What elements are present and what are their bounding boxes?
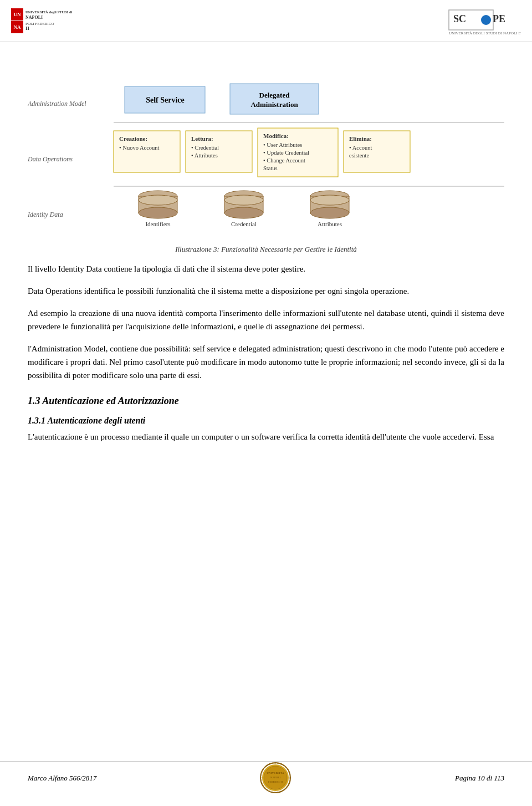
svg-text:Data Operations: Data Operations xyxy=(28,155,73,163)
page-header: UN NA UNIVERSITÀ degli STUDI di NAPOLI P… xyxy=(0,0,532,42)
svg-point-47 xyxy=(224,195,263,205)
administration-diagram: Administration Model Self Service Delega… xyxy=(28,53,504,242)
svg-text:UNIVERSITÀ degli STUDI di: UNIVERSITÀ degli STUDI di xyxy=(25,10,73,14)
svg-text:Identity Data: Identity Data xyxy=(28,211,63,218)
svg-text:UNIVERSITÀ DEGLI STUDI DI NAPO: UNIVERSITÀ DEGLI STUDI DI NAPOLI FEDERIC… xyxy=(449,31,521,35)
svg-text:Elimina:: Elimina: xyxy=(349,135,372,142)
svg-text:Attributes: Attributes xyxy=(318,221,342,227)
svg-text:NA: NA xyxy=(14,24,21,30)
svg-text:Administration: Administration xyxy=(250,100,298,109)
svg-point-42 xyxy=(139,195,177,205)
section-heading-1-3: 1.3 Autenticazione ed Autorizzazione xyxy=(28,395,504,407)
svg-text:SC: SC xyxy=(453,13,466,24)
svg-point-10 xyxy=(481,15,491,25)
svg-text:Self Service: Self Service xyxy=(146,96,185,104)
svg-text:Lettura:: Lettura: xyxy=(191,135,213,142)
svg-text:UNIVERSITÀ: UNIVERSITÀ xyxy=(267,772,284,774)
paragraph-3: Ad esempio la creazione di una nuova ide… xyxy=(28,307,504,333)
page-footer: Marco Alfano 566/2817 UNIVERSITÀ NAPOLI … xyxy=(0,761,532,795)
paragraph-4: l'Administration Model, contiene due pos… xyxy=(28,342,504,382)
svg-text:• User Attributes: • User Attributes xyxy=(263,142,302,148)
svg-text:NAPOLI: NAPOLI xyxy=(25,15,43,20)
svg-point-41 xyxy=(139,207,177,218)
footer-seal: UNIVERSITÀ NAPOLI FEDERICO II xyxy=(259,762,293,795)
svg-text:• Attributes: • Attributes xyxy=(191,152,218,159)
svg-text:UN: UN xyxy=(14,12,21,17)
paragraph-1: Il livello Identity Data contiene la tip… xyxy=(28,262,504,276)
svg-text:• Update Credential: • Update Credential xyxy=(263,150,309,156)
svg-text:esistente: esistente xyxy=(349,152,369,159)
svg-text:Delegated: Delegated xyxy=(259,91,290,99)
main-content: Administration Model Self Service Delega… xyxy=(0,42,532,463)
svg-text:• Change Account: • Change Account xyxy=(263,157,305,164)
svg-text:II: II xyxy=(25,25,30,31)
logo-right: SC PE UNIVERSITÀ DEGLI STUDI DI NAPOLI F… xyxy=(410,6,521,36)
scope-logo-icon: SC PE UNIVERSITÀ DEGLI STUDI DI NAPOLI F… xyxy=(410,6,521,36)
logo-left: UN NA UNIVERSITÀ degli STUDI di NAPOLI P… xyxy=(11,6,83,36)
footer-page: Pagina 10 di 113 xyxy=(455,774,504,783)
svg-text:Modifica:: Modifica: xyxy=(263,132,289,139)
svg-point-52 xyxy=(310,195,349,205)
svg-point-51 xyxy=(310,207,349,218)
svg-text:POLI FEDERICO: POLI FEDERICO xyxy=(25,22,54,26)
svg-text:• Credential: • Credential xyxy=(191,145,219,151)
svg-text:NAPOLI: NAPOLI xyxy=(270,776,280,779)
svg-point-46 xyxy=(224,207,263,218)
university-seal-icon: UNIVERSITÀ NAPOLI FEDERICO II xyxy=(259,762,291,794)
university-logo-icon: UN NA UNIVERSITÀ degli STUDI di NAPOLI P… xyxy=(11,6,83,36)
figure-caption: Illustrazione 3: Funzionalità Necessarie… xyxy=(28,245,504,254)
admin-model-label: Administration Model xyxy=(28,100,86,108)
svg-text:Identifiers: Identifiers xyxy=(145,221,170,227)
svg-text:• Nuovo Account: • Nuovo Account xyxy=(119,145,160,151)
svg-text:Status: Status xyxy=(263,165,278,171)
svg-text:• Account: • Account xyxy=(349,145,372,151)
svg-text:FEDERICO II: FEDERICO II xyxy=(268,781,283,783)
svg-text:Creazione:: Creazione: xyxy=(119,135,147,142)
section-heading-1-3-1: 1.3.1 Autenticazione degli utenti xyxy=(28,416,504,426)
paragraph-2: Data Operations identifica le possibili … xyxy=(28,284,504,298)
svg-text:PE: PE xyxy=(493,13,505,24)
section-1-3-1-text: L'autenticazione è un processo mediante … xyxy=(28,430,504,443)
diagram-wrapper: Administration Model Self Service Delega… xyxy=(28,53,504,242)
svg-text:Credential: Credential xyxy=(231,221,257,227)
footer-author: Marco Alfano 566/2817 xyxy=(28,774,96,783)
